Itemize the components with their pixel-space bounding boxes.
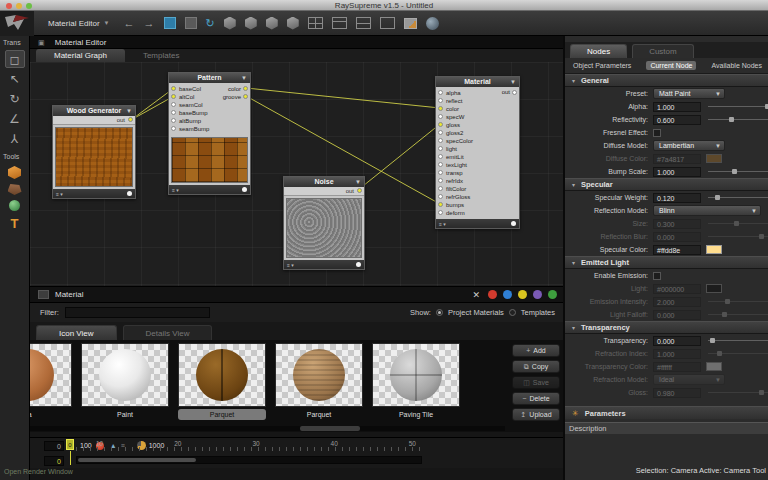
value-field[interactable]: 1.000 xyxy=(653,167,701,177)
property-slider[interactable] xyxy=(708,167,768,176)
color-swatch[interactable] xyxy=(706,154,722,163)
cube-textured-icon[interactable] xyxy=(287,17,299,30)
box-tool-icon[interactable] xyxy=(8,166,21,179)
node-preview-toggle[interactable] xyxy=(356,262,361,267)
upload-button[interactable]: ↥Upload xyxy=(512,408,560,421)
pattern-node[interactable]: Pattern▼baseColcoloraltColgrooveseamColb… xyxy=(168,72,251,195)
tab-nodes[interactable]: Nodes xyxy=(570,44,627,58)
property-slider[interactable] xyxy=(708,388,768,397)
property-slider[interactable] xyxy=(708,336,768,345)
port-emitLit[interactable] xyxy=(438,154,443,159)
rotate-tool[interactable]: ↻ xyxy=(5,90,25,108)
port-gloss2[interactable] xyxy=(438,130,443,135)
port-light[interactable] xyxy=(438,146,443,151)
world-icon[interactable] xyxy=(426,17,439,30)
property-slider[interactable] xyxy=(708,297,768,306)
pivot-tool[interactable]: ∠ xyxy=(5,110,25,128)
axis-tool[interactable]: ⅄ xyxy=(5,130,25,148)
move-tool[interactable]: ↖ xyxy=(5,70,25,88)
port-gloss[interactable] xyxy=(438,122,443,127)
orbit-icon[interactable]: ↻ xyxy=(206,18,215,29)
port-refrGloss[interactable] xyxy=(438,194,443,199)
port-seamBump[interactable] xyxy=(171,126,176,131)
property-dropdown[interactable]: Blinn▼ xyxy=(653,205,761,216)
chevron-down-icon[interactable]: ▼ xyxy=(510,77,516,87)
value-field[interactable]: 1.000 xyxy=(653,102,701,112)
new-image-icon[interactable] xyxy=(404,18,417,29)
panel-menu-icon[interactable]: ▣ xyxy=(38,39,45,46)
port-transp[interactable] xyxy=(438,170,443,175)
property-checkbox[interactable] xyxy=(653,129,661,137)
tab-icon-view[interactable]: Icon View xyxy=(36,325,117,340)
node-preview-toggle[interactable] xyxy=(127,191,132,196)
material-item[interactable]: ca xyxy=(30,343,72,423)
copy-button[interactable]: ⧉Copy xyxy=(512,360,560,373)
layout-single-icon[interactable] xyxy=(380,17,395,29)
parameters-section-header[interactable]: ✳ Parameters xyxy=(565,406,768,419)
port-altBump[interactable] xyxy=(171,118,176,123)
property-dropdown[interactable]: Ideal▼ xyxy=(653,374,725,385)
terrain-tool-icon[interactable] xyxy=(8,184,22,195)
browser-scrollbar[interactable] xyxy=(30,426,505,431)
delete-button[interactable]: −Delete xyxy=(512,392,560,405)
port-reflect[interactable] xyxy=(438,98,443,103)
material-item[interactable]: Parquet xyxy=(275,343,363,423)
show-option-project-materials[interactable]: Project Materials xyxy=(448,308,504,317)
port-groove[interactable] xyxy=(243,94,248,99)
port-color[interactable] xyxy=(243,86,248,91)
select-tool[interactable]: ◻ xyxy=(5,50,25,68)
value-field[interactable]: 1.000 xyxy=(653,349,701,359)
color-swatch[interactable] xyxy=(706,245,722,254)
section-header-transparency[interactable]: ▾Transparency xyxy=(565,321,768,334)
timeline-start-field[interactable]: 0 xyxy=(44,441,64,451)
color-swatch[interactable] xyxy=(706,284,722,293)
chevron-down-icon[interactable]: ▼ xyxy=(241,73,247,83)
subtab-available-nodes[interactable]: Available Nodes xyxy=(708,61,766,70)
tag-dot[interactable] xyxy=(503,290,512,299)
tag-dot[interactable] xyxy=(518,290,527,299)
port-specW[interactable] xyxy=(438,114,443,119)
material-item[interactable]: Paving Tile xyxy=(372,343,460,423)
port-alpha[interactable] xyxy=(438,90,443,95)
property-dropdown[interactable]: Lambertian▼ xyxy=(653,140,725,151)
port-baseCol[interactable] xyxy=(171,86,176,91)
radio-project-materials[interactable] xyxy=(436,309,443,316)
open-render-window-link[interactable]: Open Render Window xyxy=(4,468,73,475)
property-slider[interactable] xyxy=(708,310,768,319)
port-deform[interactable] xyxy=(438,210,443,215)
add-button[interactable]: +Add xyxy=(512,344,560,357)
property-slider[interactable] xyxy=(708,193,768,202)
show-option-templates[interactable]: Templates xyxy=(521,308,555,317)
port-out[interactable] xyxy=(512,90,517,95)
property-dropdown[interactable]: Matt Paint▼ xyxy=(653,88,725,99)
value-field[interactable]: 0.000 xyxy=(653,336,701,346)
port-specColor[interactable] xyxy=(438,138,443,143)
material-item[interactable]: Parquet xyxy=(178,343,266,423)
port-out[interactable] xyxy=(128,117,133,122)
editor-mode-dropdown[interactable]: Material Editor ▼ xyxy=(48,19,110,28)
node-footer-menu[interactable]: ≡ ▾ xyxy=(56,191,63,197)
color-hex-field[interactable]: #ffffff xyxy=(653,362,701,372)
node-graph-canvas[interactable]: Wood Generator▼out≡ ▾ Pattern▼baseColcol… xyxy=(30,62,563,287)
tag-dot[interactable] xyxy=(533,290,542,299)
playhead-marker[interactable]: 0 xyxy=(66,439,74,450)
subtab-object-parameters[interactable]: Object Parameters xyxy=(569,61,635,70)
node-preview-toggle[interactable] xyxy=(511,221,516,226)
node-preview-toggle[interactable] xyxy=(242,187,247,192)
section-header-emitted-light[interactable]: ▾Emitted Light xyxy=(565,256,768,269)
tag-dot[interactable] xyxy=(488,290,497,299)
value-field[interactable]: 0.600 xyxy=(653,115,701,125)
property-slider[interactable] xyxy=(708,232,768,241)
value-field[interactable]: 0.000 xyxy=(653,310,701,320)
section-header-general[interactable]: ▾General xyxy=(565,74,768,87)
value-field[interactable]: 0.000 xyxy=(653,232,701,242)
material-item[interactable]: Paint xyxy=(81,343,169,423)
description-bar[interactable]: Description xyxy=(565,422,768,434)
value-field[interactable]: 2.000 xyxy=(653,297,701,307)
color-hex-field[interactable]: #7a4817 xyxy=(653,154,701,164)
port-out[interactable] xyxy=(357,188,362,193)
tab-custom[interactable]: Custom xyxy=(632,44,694,58)
value-field[interactable]: 0.980 xyxy=(653,388,701,398)
timeline-current-field[interactable]: 0 xyxy=(44,456,64,466)
forward-arrow-icon[interactable]: → xyxy=(144,18,155,29)
